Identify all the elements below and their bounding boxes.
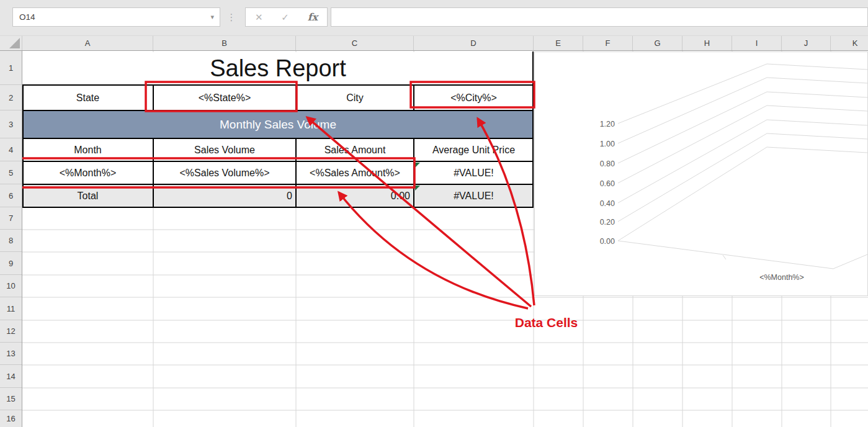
row-header-2[interactable]: 2 bbox=[0, 85, 22, 110]
row-header-10[interactable]: 10 bbox=[0, 275, 22, 297]
row-header-7[interactable]: 7 bbox=[0, 207, 22, 230]
cell-a2-state-label[interactable]: State bbox=[22, 85, 153, 110]
row-header-14[interactable]: 14 bbox=[0, 365, 22, 388]
confirm-icon[interactable]: ✓ bbox=[281, 12, 289, 23]
column-header-d[interactable]: D bbox=[414, 36, 534, 50]
row-header-4[interactable]: 4 bbox=[0, 138, 22, 161]
row-header-1[interactable]: 1 bbox=[0, 51, 22, 85]
formula-bar-chrome: O14 ▾ ⋮ ✕ ✓ fx bbox=[0, 0, 868, 36]
formula-input[interactable] bbox=[331, 7, 868, 27]
cell-a5-month-placeholder[interactable]: <%Month%> bbox=[22, 161, 153, 184]
cell-a4-month-header[interactable]: Month bbox=[22, 138, 153, 161]
column-header-i[interactable]: I bbox=[732, 36, 782, 50]
cell-d6-value-error[interactable]: #VALUE! bbox=[414, 184, 534, 207]
error-indicator-icon bbox=[415, 186, 420, 191]
column-header-a[interactable]: A bbox=[22, 36, 153, 50]
select-all-triangle-icon bbox=[9, 38, 20, 48]
cell-b4-sales-volume-header[interactable]: Sales Volume bbox=[153, 138, 296, 161]
row-headers: 1 2 3 4 5 6 7 8 9 10 11 12 13 14 15 16 bbox=[0, 51, 22, 427]
column-header-j[interactable]: J bbox=[782, 36, 831, 50]
name-box[interactable]: O14 ▾ bbox=[12, 7, 220, 27]
y-tick-0.20: 0.20 bbox=[600, 218, 615, 227]
column-header-k[interactable]: K bbox=[831, 36, 868, 50]
cell-c4-sales-amount-header[interactable]: Sales Amount bbox=[296, 138, 414, 161]
cell-a3-section-header[interactable]: Monthly Sales Volume bbox=[22, 110, 534, 138]
row-header-3[interactable]: 3 bbox=[0, 110, 22, 138]
row-header-15[interactable]: 15 bbox=[0, 388, 22, 410]
column-headers: A B C D E F G H I J K bbox=[0, 36, 868, 51]
column-header-c[interactable]: C bbox=[296, 36, 414, 50]
cell-d5-value-error[interactable]: #VALUE! bbox=[414, 161, 534, 184]
cell-b6-total-volume[interactable]: 0 bbox=[153, 184, 296, 207]
drag-handle-dots-icon: ⋮ bbox=[228, 7, 235, 27]
select-all-button[interactable] bbox=[0, 36, 22, 50]
cell-a6-total-label[interactable]: Total bbox=[22, 184, 153, 207]
y-tick-0.00: 0.00 bbox=[600, 237, 615, 246]
x-axis-category-label: <%Month%> bbox=[759, 273, 804, 282]
row-header-9[interactable]: 9 bbox=[0, 252, 22, 275]
embedded-3d-chart[interactable]: 1.20 1.00 0.80 0.60 0.40 0.20 0.00 <%Mon… bbox=[534, 52, 868, 296]
error-indicator-icon bbox=[415, 163, 420, 168]
y-tick-1.20: 1.20 bbox=[600, 120, 615, 128]
cell-c2-city-label[interactable]: City bbox=[296, 85, 414, 110]
formula-buttons: ✕ ✓ fx bbox=[245, 7, 328, 27]
row-header-6[interactable]: 6 bbox=[0, 184, 22, 207]
chart-plot-area: 1.20 1.00 0.80 0.60 0.40 0.20 0.00 <%Mon… bbox=[535, 52, 867, 295]
y-tick-0.60: 0.60 bbox=[600, 179, 615, 188]
column-header-g[interactable]: G bbox=[633, 36, 682, 50]
cell-c5-sales-amount-placeholder[interactable]: <%Sales Amount%> bbox=[296, 161, 414, 184]
row-header-8[interactable]: 8 bbox=[0, 230, 22, 252]
name-box-value: O14 bbox=[13, 12, 210, 22]
cell-a1-report-title[interactable]: Sales Report bbox=[22, 52, 534, 85]
insert-function-icon[interactable]: fx bbox=[308, 11, 318, 23]
column-header-b[interactable]: B bbox=[153, 36, 296, 50]
row-header-11[interactable]: 11 bbox=[0, 297, 22, 320]
y-tick-0.40: 0.40 bbox=[600, 199, 615, 208]
column-header-f[interactable]: F bbox=[583, 36, 633, 50]
cell-d2-city-placeholder[interactable]: <%City%> bbox=[414, 85, 534, 110]
cell-b2-state-placeholder[interactable]: <%State%> bbox=[153, 85, 296, 110]
y-tick-1.00: 1.00 bbox=[600, 140, 615, 148]
name-box-dropdown-icon[interactable]: ▾ bbox=[210, 13, 220, 21]
row-header-16[interactable]: 16 bbox=[0, 410, 22, 427]
cell-c6-total-amount[interactable]: 0.00 bbox=[296, 184, 414, 207]
data-cells-annotation-label: Data Cells bbox=[508, 315, 585, 330]
row-header-12[interactable]: 12 bbox=[0, 320, 22, 343]
column-header-h[interactable]: H bbox=[682, 36, 732, 50]
column-header-e[interactable]: E bbox=[534, 36, 583, 50]
y-tick-0.80: 0.80 bbox=[600, 160, 615, 168]
cell-b5-sales-volume-placeholder[interactable]: <%Sales Volume%> bbox=[153, 161, 296, 184]
cell-d4-avg-unit-price-header[interactable]: Average Unit Price bbox=[414, 138, 534, 161]
row-header-5[interactable]: 5 bbox=[0, 161, 22, 184]
cancel-icon[interactable]: ✕ bbox=[255, 12, 263, 23]
row-header-13[interactable]: 13 bbox=[0, 343, 22, 365]
